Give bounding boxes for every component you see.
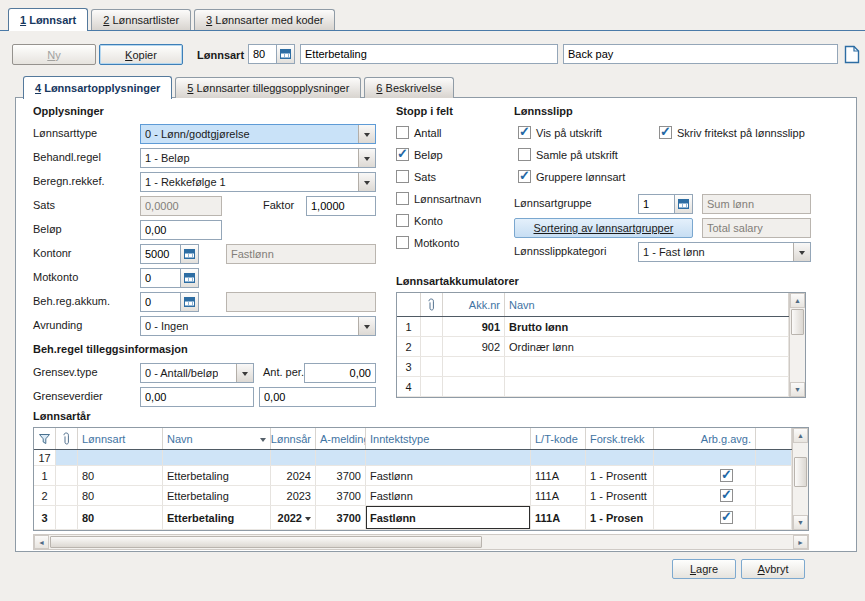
tab-tilleggsopplysninger[interactable]: 5 Lønnsarter tilleggsopplysninger <box>175 77 361 98</box>
checkbox-samle-pa-utskrift[interactable]: Samle på utskrift <box>518 148 618 161</box>
arbgavg-column-header[interactable]: Arb.g.avg. <box>654 428 756 449</box>
scroll-right-button[interactable]: ► <box>793 535 808 549</box>
kontonr-lookup-button[interactable] <box>180 244 199 264</box>
save-button[interactable]: Lagre <box>672 559 736 579</box>
arbgavg-checkbox[interactable] <box>720 469 733 482</box>
forsktrekk-column-header[interactable]: Forsk.trekk <box>586 428 654 449</box>
navn-column-header[interactable]: Navn <box>505 293 789 316</box>
akknr-column-header[interactable]: Akk.nr <box>443 293 505 316</box>
akkumulator-scrollbar[interactable]: ▲ ▼ <box>789 293 805 397</box>
grenseverdi1-input[interactable] <box>140 387 254 407</box>
checkbox-lonnsartnavn[interactable]: Lønnsartnavn <box>396 192 481 205</box>
scrollbar-thumb[interactable] <box>50 536 482 548</box>
checkbox-gruppere-lonnsart[interactable]: Gruppere lønnsart <box>518 170 625 183</box>
ltkode-column-header[interactable]: L/T-kode <box>531 428 586 449</box>
checkbox-belop[interactable]: Beløp <box>396 148 443 161</box>
beregnrekkef-select[interactable]: 1 - Rekkefølge 1 <box>140 172 376 192</box>
checkbox-vis-pa-utskrift[interactable]: Vis på utskrift <box>518 126 602 139</box>
behregakkum-lookup-button[interactable] <box>180 292 199 312</box>
checkbox-box[interactable] <box>396 214 409 227</box>
lonnsartaar-filter-row[interactable]: 17 <box>34 450 792 466</box>
lonnsslippkategori-select[interactable]: 1 - Fast lønn <box>638 242 811 262</box>
grensevtype-select[interactable]: 0 - Antall/beløp <box>140 363 254 383</box>
checkbox-box[interactable] <box>659 126 672 139</box>
checkbox-konto[interactable]: Konto <box>396 214 443 227</box>
cell-lonnsaar[interactable]: 2022 <box>271 506 316 529</box>
lonnsart-code-lookup-button[interactable] <box>276 44 295 64</box>
lonnsartaar-row[interactable]: 1 80 Etterbetaling 2024 3700 Fastlønn 11… <box>34 466 792 486</box>
lonnsartaar-row[interactable]: 2 80 Etterbetaling 2023 3700 Fastlønn 11… <box>34 486 792 506</box>
sortering-lonnsartgrupper-button[interactable]: Sortering av lønnsartgrupper <box>514 218 693 238</box>
scroll-up-button[interactable]: ▲ <box>790 293 805 308</box>
behandlregel-select[interactable]: 1 - Beløp <box>140 148 376 168</box>
faktor-input[interactable] <box>306 196 376 216</box>
akkumulator-row[interactable]: 4 <box>397 377 789 397</box>
lonnsart-name-en-input[interactable] <box>563 44 838 64</box>
chevron-down-icon[interactable] <box>305 517 311 524</box>
grenseverdi2-input[interactable] <box>259 387 376 407</box>
copy-button[interactable]: Kopier <box>99 44 183 65</box>
tab-lonnsart[interactable]: 1 Lønnsart <box>8 8 88 31</box>
lonnsart-name-input[interactable] <box>300 44 558 64</box>
scrollbar-thumb[interactable] <box>791 309 804 335</box>
motkonto-lookup-button[interactable] <box>180 268 199 288</box>
note-icon[interactable] <box>844 45 860 66</box>
arbgavg-checkbox[interactable] <box>720 511 733 524</box>
lonnsartaar-horizontal-scrollbar[interactable]: ◄ ► <box>33 534 809 550</box>
tab-lonnsartlister[interactable]: 2 Lønnsartlister <box>91 9 191 30</box>
tab-beskrivelse[interactable]: 6 Beskrivelse <box>364 77 453 98</box>
checkbox-box[interactable] <box>396 236 409 249</box>
scroll-down-button[interactable]: ▼ <box>793 515 808 530</box>
akkumulator-row[interactable]: 3 <box>397 357 789 377</box>
lonnsartaar-row-active[interactable]: 3 80 Etterbetaling 2022 3700 Fastlønn 11… <box>34 506 792 530</box>
checkbox-box[interactable] <box>396 170 409 183</box>
akkumulator-row[interactable]: 1 901 Brutto lønn <box>397 317 789 337</box>
tab-lonnsartopplysninger[interactable]: 4 Lønnsartopplysninger <box>23 76 172 99</box>
checkbox-box[interactable] <box>518 170 531 183</box>
chevron-down-icon[interactable] <box>358 125 375 143</box>
lonnsartaar-vertical-scrollbar[interactable]: ▲ ▼ <box>792 428 808 530</box>
scroll-up-button[interactable]: ▲ <box>793 428 808 443</box>
checkbox-box[interactable] <box>518 126 531 139</box>
lonnsartgruppe-input[interactable] <box>638 194 675 214</box>
scrollbar-thumb[interactable] <box>794 457 807 487</box>
new-button[interactable]: Ny <box>12 44 96 65</box>
cancel-button[interactable]: Avbryt <box>741 559 805 579</box>
cell-inntektstype-editing[interactable]: Fastlønn <box>366 506 531 529</box>
inntektstype-column-header[interactable]: Inntektstype <box>366 428 531 449</box>
arbgavg-checkbox[interactable] <box>720 489 733 502</box>
chevron-down-icon[interactable] <box>358 149 375 167</box>
akkumulator-row[interactable]: 2 902 Ordinær lønn <box>397 337 789 357</box>
lonnsarttype-select[interactable]: 0 - Lønn/godtgjørelse <box>140 124 376 144</box>
checkbox-motkonto[interactable]: Motkonto <box>396 236 459 249</box>
scroll-left-button[interactable]: ◄ <box>34 535 49 549</box>
lonnsartgruppe-lookup-button[interactable] <box>674 194 693 214</box>
tab-lonnsarter-med-koder[interactable]: 3 Lønnsarter med koder <box>194 9 335 30</box>
checkbox-box[interactable] <box>396 148 409 161</box>
avrunding-select[interactable]: 0 - Ingen <box>140 316 376 336</box>
lonnsaar-column-header[interactable]: Lønnsår <box>271 428 316 449</box>
chevron-down-icon[interactable] <box>793 243 810 261</box>
scroll-down-button[interactable]: ▼ <box>790 382 805 397</box>
amelding-column-header[interactable]: A-melding <box>316 428 366 449</box>
antper-input[interactable] <box>304 363 376 383</box>
filter-column-header[interactable] <box>34 428 56 449</box>
kontonr-input[interactable] <box>140 244 181 264</box>
checkbox-box[interactable] <box>518 148 531 161</box>
motkonto-input[interactable] <box>140 268 181 288</box>
checkbox-sats[interactable]: Sats <box>396 170 436 183</box>
chevron-down-icon[interactable] <box>236 364 253 382</box>
chevron-down-icon[interactable] <box>358 317 375 335</box>
checkbox-box[interactable] <box>396 126 409 139</box>
belop-input[interactable] <box>140 220 222 240</box>
lonnsart-code-input[interactable] <box>248 44 277 64</box>
attachment-column-header[interactable] <box>421 293 443 316</box>
checkbox-skriv-fritekst[interactable]: Skriv fritekst på lønnsslipp <box>659 126 805 139</box>
navn-column-header[interactable]: Navn <box>163 428 271 449</box>
behregakkum-input[interactable] <box>140 292 181 312</box>
chevron-down-icon[interactable] <box>358 173 375 191</box>
chevron-down-icon[interactable] <box>260 438 266 445</box>
checkbox-antall[interactable]: Antall <box>396 126 442 139</box>
checkbox-box[interactable] <box>396 192 409 205</box>
attachment-column-header[interactable] <box>56 428 78 449</box>
